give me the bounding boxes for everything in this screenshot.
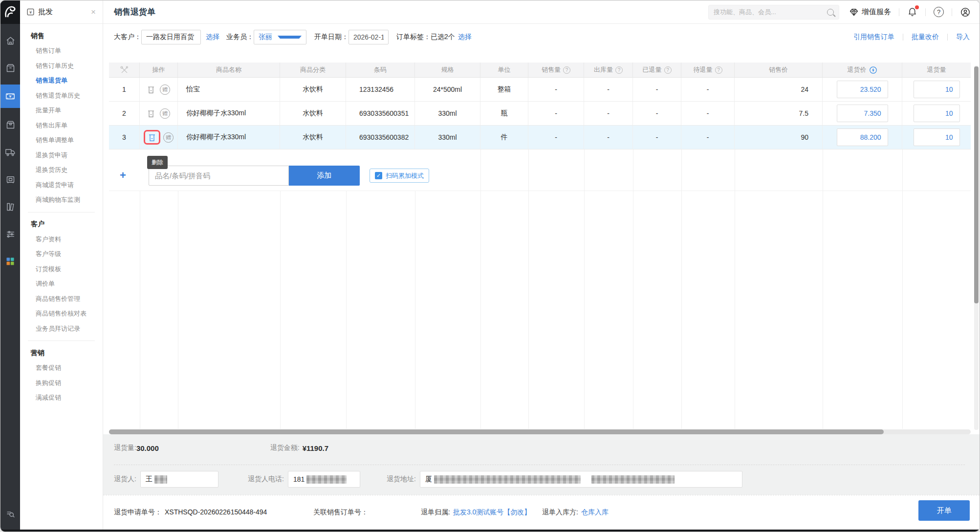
- return-phone-label: 退货人电话:: [248, 475, 284, 484]
- sidebar-item-customer-info[interactable]: 客户资料: [20, 232, 103, 247]
- sidebar-item-return-history[interactable]: 退换货历史: [20, 163, 103, 178]
- page-footer: 退货申请单号： XSTHSQD-20260226150448-494 关联销售订…: [103, 495, 980, 530]
- date-input[interactable]: [348, 30, 389, 44]
- apps-grid-icon[interactable]: [0, 251, 20, 272]
- sidebar-item-mall-cart-monitor[interactable]: 商城购物车监测: [20, 192, 103, 208]
- sales-qty: -: [528, 78, 584, 101]
- sidebar-item-price-adjustment[interactable]: 调价单: [20, 277, 103, 292]
- tag-select-link[interactable]: 选择: [458, 33, 472, 42]
- sidebar-item-sales-order[interactable]: 销售订单: [20, 43, 103, 59]
- masked-text: [154, 475, 167, 484]
- customer-input[interactable]: [141, 30, 201, 44]
- return-price-input[interactable]: [837, 105, 888, 122]
- vertical-scrollbar-thumb[interactable]: [974, 66, 979, 303]
- sliders-icon[interactable]: [0, 223, 20, 245]
- masked-text: [434, 475, 581, 484]
- return-qty-input[interactable]: [914, 105, 960, 122]
- gift-icon[interactable]: 赠: [160, 108, 170, 119]
- sidebar-item-sale-price-mgmt[interactable]: 商品销售价管理: [20, 292, 103, 307]
- apply-no-label: 退货申请单号：: [114, 508, 162, 517]
- global-search-input[interactable]: [714, 8, 827, 16]
- account-icon[interactable]: [960, 7, 971, 18]
- cashbox-icon[interactable]: [0, 169, 20, 190]
- scan-accumulate-toggle[interactable]: ✓ 扫码累加模式: [370, 169, 429, 183]
- salesman-label: 业务员：: [226, 33, 254, 42]
- submit-order-button[interactable]: 开单: [918, 500, 970, 521]
- sidebar-item-salesman-visits[interactable]: 业务员拜访记录: [20, 321, 103, 337]
- product-category: 水饮料: [280, 78, 346, 101]
- close-tab-icon[interactable]: ×: [91, 8, 96, 16]
- home-icon[interactable]: [0, 30, 20, 51]
- delete-icon[interactable]: [147, 109, 155, 118]
- global-search[interactable]: [708, 5, 839, 20]
- sidebar-item-return-request[interactable]: 退换货申请: [20, 148, 103, 163]
- product-spec: 24*500ml: [415, 78, 480, 101]
- add-row-plus-icon[interactable]: +: [120, 169, 126, 182]
- import-link[interactable]: 导入: [956, 33, 970, 42]
- checkbox-checked-icon[interactable]: ✓: [375, 172, 382, 179]
- table-row[interactable]: 2 赠 你好椰椰子水330ml 水饮料 6930335600351 330ml …: [109, 102, 971, 126]
- price-bolt-icon[interactable]: [869, 66, 877, 74]
- column-settings-button[interactable]: [109, 63, 140, 77]
- add-product-input[interactable]: [149, 166, 289, 186]
- value-added-services[interactable]: 增值服务: [849, 7, 891, 17]
- sidebar-item-sales-order-history[interactable]: 销售订单历史: [20, 59, 103, 74]
- books-icon[interactable]: [0, 196, 20, 217]
- return-price-input[interactable]: [837, 81, 888, 98]
- sidebar-item-sales-return[interactable]: 销售退货单: [20, 73, 103, 88]
- horizontal-scrollbar-thumb[interactable]: [109, 429, 884, 434]
- inbound-party-link[interactable]: 仓库入库: [581, 508, 609, 517]
- gift-icon[interactable]: 赠: [163, 132, 174, 143]
- order-owner-link[interactable]: 批发3.0测试账号【勿改】: [453, 508, 531, 517]
- truck-icon[interactable]: [0, 141, 20, 163]
- sidebar-item-discount-promo[interactable]: 满减促销: [20, 390, 103, 405]
- tag-selected-count: 已选2个: [431, 33, 455, 42]
- sidebar-item-sales-outbound[interactable]: 销售出库单: [20, 118, 103, 133]
- delete-icon[interactable]: [148, 133, 156, 142]
- return-address-input[interactable]: 厦: [420, 471, 742, 488]
- sidebar-item-customer-level[interactable]: 客户等级: [20, 247, 103, 262]
- sidebar-item-sales-return-history[interactable]: 销售退货单历史: [20, 88, 103, 104]
- sidebar-item-batch-billing[interactable]: 批量开单: [20, 103, 103, 118]
- orders-icon[interactable]: [0, 57, 20, 79]
- highlight-red-box: [144, 130, 160, 145]
- sidebar-item-sales-adjustment[interactable]: 销售单调整单: [20, 133, 103, 148]
- tools-icon: [120, 65, 129, 75]
- help-icon[interactable]: ?: [934, 7, 944, 17]
- return-qty-total-label: 退货量:: [114, 444, 136, 452]
- return-phone-input[interactable]: 181: [288, 471, 360, 488]
- sidebar-item-order-template[interactable]: 订货模板: [20, 262, 103, 277]
- sidebar-item-sale-price-check[interactable]: 商品销售价核对表: [20, 306, 103, 321]
- return-person-input[interactable]: 王: [140, 471, 218, 488]
- table-row-selected[interactable]: 3 赠 你好椰椰子水330ml 水饮料 6930335600382 330ml …: [109, 126, 971, 149]
- col-returned-qty: 已退量?: [633, 63, 681, 77]
- returned-qty: -: [633, 126, 681, 149]
- svg-text:¥: ¥: [29, 10, 32, 15]
- notification-bell-icon[interactable]: [907, 7, 917, 17]
- help-circle-icon[interactable]: ?: [664, 66, 672, 74]
- table-row[interactable]: 1 赠 怡宝 水饮料 123132456 24*500ml 整箱 - - - -…: [109, 78, 971, 102]
- add-button[interactable]: 添加: [289, 166, 360, 186]
- customer-select-link[interactable]: 选择: [206, 33, 219, 42]
- batch-reprice-link[interactable]: 批量改价: [912, 33, 939, 42]
- gift-icon[interactable]: 赠: [160, 85, 170, 95]
- search-list-icon[interactable]: [0, 503, 20, 525]
- sidebar-item-tradein-promo[interactable]: 换购促销: [20, 376, 103, 391]
- return-price-input[interactable]: [837, 128, 888, 146]
- return-qty-input[interactable]: [914, 128, 960, 146]
- delete-icon[interactable]: [147, 85, 155, 94]
- filter-bar: 大客户： 选择 业务员： 张丽 开单日期： 订单标签： 已选2个 选择 引用销售…: [103, 24, 980, 50]
- package-icon[interactable]: [0, 114, 20, 135]
- sidebar-item-combo-promo[interactable]: 套餐促销: [20, 361, 103, 376]
- sidebar-item-mall-return-request[interactable]: 商城退货申请: [20, 178, 103, 193]
- help-circle-icon[interactable]: ?: [615, 66, 623, 74]
- return-qty-input[interactable]: [914, 81, 960, 98]
- salesman-select[interactable]: 张丽: [254, 30, 306, 44]
- help-circle-icon[interactable]: ?: [563, 66, 570, 74]
- sales-module-icon[interactable]: ¥: [0, 85, 20, 108]
- quote-sales-order-link[interactable]: 引用销售订单: [853, 33, 894, 42]
- row-number: 2: [109, 102, 140, 125]
- table-header: 操作 商品名称 商品分类 条码 规格 单位 销售量? 出库量? 已退量? 待退量…: [109, 63, 971, 78]
- help-circle-icon[interactable]: ?: [715, 66, 722, 74]
- tab-wholesale[interactable]: ¥ 批发 ×: [20, 0, 103, 24]
